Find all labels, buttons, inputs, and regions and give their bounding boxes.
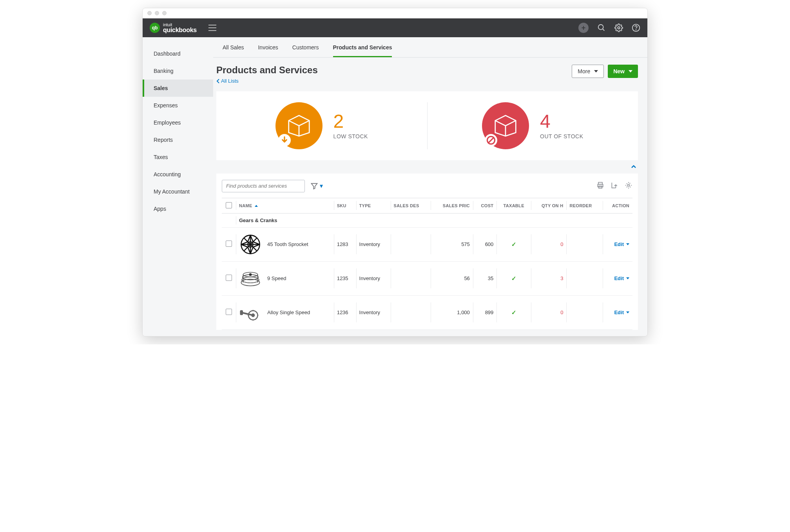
svg-point-19 [249,273,252,276]
low-stock-count: 2 [333,112,368,131]
tab-invoices[interactable]: Invoices [258,44,278,57]
col-sku[interactable]: SKU [334,198,356,213]
cell-reorder [566,295,603,329]
group-row: Gears & Cranks [222,213,632,227]
select-all-checkbox[interactable] [226,202,232,208]
svg-line-1 [603,29,605,31]
more-button[interactable]: More [572,65,604,78]
help-icon[interactable] [632,24,640,32]
caret-down-icon: ▾ [320,182,323,190]
svg-rect-22 [241,310,243,314]
sidenav-item-dashboard[interactable]: Dashboard [143,45,213,62]
gear-icon[interactable] [614,24,623,32]
cell-cost: 600 [473,227,496,261]
cell-sku: 1283 [334,227,356,261]
app-window: qb intuit quickbooks + Dashboar [142,8,648,337]
sidenav-item-sales[interactable]: Sales [143,80,213,97]
cell-desc [391,261,431,295]
group-label: Gears & Cranks [236,213,632,227]
svg-point-12 [628,184,630,186]
cell-qty: 0 [531,295,566,329]
filter-button[interactable]: ▾ [310,182,323,190]
cell-type: Inventory [356,295,391,329]
main-content: All SalesInvoicesCustomersProducts and S… [213,37,647,336]
cell-type: Inventory [356,261,391,295]
cell-sku: 1235 [334,261,356,295]
checkmark-icon: ✓ [511,275,516,282]
chevron-left-icon [216,79,219,83]
caret-down-icon [594,70,598,72]
sidenav: DashboardBankingSalesExpensesEmployeesRe… [143,37,213,336]
col-action[interactable]: ACTION [603,198,632,213]
low-stock-icon [275,102,323,149]
cell-reorder [566,261,603,295]
traffic-min[interactable] [155,11,159,15]
svg-point-4 [636,30,636,30]
logo[interactable]: qb intuit quickbooks [150,23,197,33]
logo-brand: quickbooks [163,27,197,33]
svg-point-0 [598,25,603,30]
add-button[interactable]: + [578,23,589,33]
low-stock-tile[interactable]: 2 LOW STOCK [216,102,427,149]
sidenav-item-expenses[interactable]: Expenses [143,97,213,114]
col-type[interactable]: TYPE [356,198,391,213]
out-of-stock-count: 4 [540,112,583,131]
out-of-stock-icon [482,102,529,149]
search-input[interactable] [222,180,305,192]
sidenav-item-banking[interactable]: Banking [143,62,213,80]
tab-products-and-services[interactable]: Products and Services [333,44,392,57]
caret-down-icon [626,311,629,313]
out-of-stock-tile[interactable]: 4 OUT OF STOCK [427,102,638,149]
col-desc[interactable]: SALES DES [391,198,431,213]
sidenav-item-apps[interactable]: Apps [143,200,213,217]
sidenav-item-taxes[interactable]: Taxes [143,148,213,166]
col-price[interactable]: SALES PRIC [431,198,473,213]
col-taxable[interactable]: TAXABLE [496,198,531,213]
collapse-panel-icon[interactable] [631,163,636,170]
col-qty[interactable]: QTY ON H [531,198,566,213]
search-icon[interactable] [597,24,606,32]
cell-price: 56 [431,261,473,295]
edit-button[interactable]: Edit [614,275,629,281]
row-checkbox[interactable] [226,275,232,281]
row-checkbox[interactable] [226,241,232,247]
cell-cost: 35 [473,261,496,295]
edit-button[interactable]: Edit [614,241,629,247]
products-table-panel: ▾ NAME SKU TYPE [216,174,638,330]
out-of-stock-label: OUT OF STOCK [540,133,583,139]
products-table: NAME SKU TYPE SALES DES SALES PRIC COST … [222,198,632,330]
sidenav-item-reports[interactable]: Reports [143,131,213,148]
sidenav-item-accounting[interactable]: Accounting [143,166,213,183]
cell-cost: 899 [473,295,496,329]
cell-desc [391,295,431,329]
product-name: 9 Speed [267,275,286,281]
stock-panel: 2 LOW STOCK 4 OUT OF STOCK [216,91,638,160]
tab-all-sales[interactable]: All Sales [223,44,244,57]
col-reorder[interactable]: REORDER [566,198,603,213]
cell-price: 1,000 [431,295,473,329]
sidenav-item-my-accountant[interactable]: My Accountant [143,183,213,200]
product-image [239,301,262,324]
caret-down-icon [626,243,629,245]
table-row: Alloy Single Speed 1236 Inventory 1,000 … [222,295,632,329]
low-stock-label: LOW STOCK [333,133,368,139]
tab-customers[interactable]: Customers [292,44,319,57]
tabs: All SalesInvoicesCustomersProducts and S… [213,37,647,58]
new-button[interactable]: New [608,65,638,78]
sidenav-item-employees[interactable]: Employees [143,114,213,131]
row-checkbox[interactable] [226,309,232,315]
print-icon[interactable] [596,181,604,191]
checkmark-icon: ✓ [511,241,516,248]
hamburger-icon[interactable] [208,25,216,31]
svg-point-2 [618,27,620,29]
col-name[interactable]: NAME [236,198,334,213]
col-cost[interactable]: COST [473,198,496,213]
edit-button[interactable]: Edit [614,309,629,315]
table-settings-icon[interactable] [625,181,632,191]
cell-qty: 0 [531,227,566,261]
back-link[interactable]: All Lists [216,78,239,84]
export-icon[interactable] [611,181,618,191]
traffic-close[interactable] [147,11,152,15]
traffic-max[interactable] [162,11,167,15]
page-title: Products and Services [216,65,318,76]
